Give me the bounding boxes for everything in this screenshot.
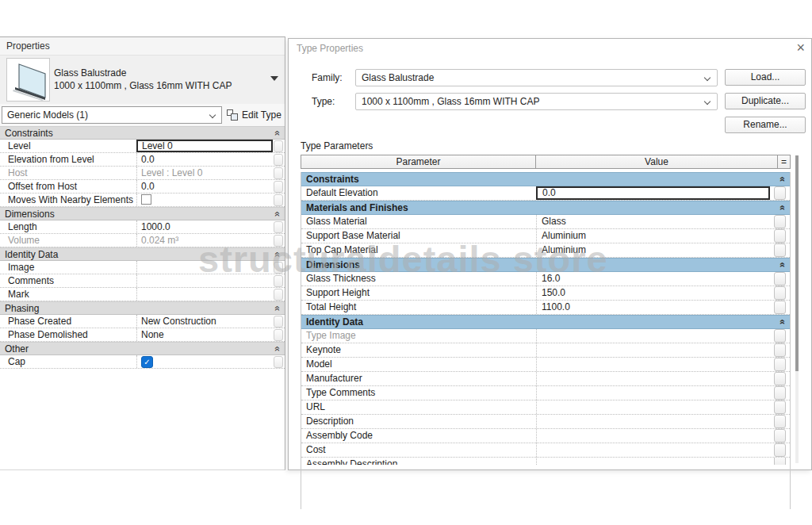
row-button[interactable] (273, 180, 284, 193)
parameter-section-header[interactable]: Identity Data» (301, 315, 790, 329)
parameter-value[interactable] (536, 443, 770, 457)
property-value[interactable]: 0.0 (136, 180, 273, 193)
property-value[interactable]: 1000.0 (136, 220, 273, 233)
parameter-value[interactable]: 0.0 (536, 186, 770, 200)
equalize-button[interactable] (770, 286, 790, 300)
section-title: Identity Data (306, 316, 363, 328)
equalize-button[interactable] (770, 443, 790, 457)
table-row: Glass MaterialGlass (301, 215, 790, 229)
parameter-value[interactable]: Glass (536, 215, 770, 228)
equalize-button[interactable] (770, 186, 790, 200)
parameter-value[interactable] (536, 386, 770, 400)
property-value[interactable]: 0.0 (136, 153, 273, 166)
row-button[interactable] (273, 220, 284, 233)
parameter-column-header[interactable]: Parameter (301, 155, 536, 168)
property-value[interactable] (136, 261, 273, 274)
property-section-header[interactable]: Constraints» (0, 126, 285, 140)
row-button[interactable] (273, 140, 284, 152)
property-section-header[interactable]: Dimensions» (0, 207, 285, 220)
type-selector-row: Generic Models (1) Edit Type (0, 104, 285, 126)
parameter-value[interactable] (536, 429, 770, 443)
vertical-scrollbar[interactable] (795, 155, 799, 463)
checkbox-checked-icon[interactable]: ✓ (141, 356, 153, 368)
table-row: Keynote (301, 343, 790, 358)
equalize-button[interactable] (770, 415, 790, 428)
parameter-value[interactable] (536, 415, 770, 428)
property-value[interactable]: Level 0 (136, 140, 273, 152)
equalize-button[interactable] (770, 386, 790, 400)
table-row: Assembly Code (301, 429, 790, 443)
type-combobox[interactable]: 1000 x 1100mm , Glass 16mm WITH CAP (355, 93, 718, 110)
property-value[interactable]: Level : Level 0 (136, 167, 273, 179)
property-value[interactable] (136, 288, 273, 301)
scrollbar-thumb[interactable] (795, 155, 799, 371)
table-row: Description (301, 415, 790, 429)
equalize-button[interactable] (770, 215, 790, 228)
parameter-value[interactable]: Aluminium (536, 243, 770, 257)
collapse-chevron-icon: » (274, 346, 282, 351)
equalize-button[interactable] (770, 329, 790, 343)
property-value[interactable]: New Construction (136, 315, 273, 328)
property-section-header[interactable]: Other» (0, 342, 285, 355)
load-button[interactable]: Load... (725, 69, 806, 86)
type-flyout-arrow-icon[interactable] (270, 76, 278, 81)
row-button[interactable] (273, 167, 284, 179)
row-button[interactable] (273, 234, 284, 247)
parameter-value[interactable] (536, 329, 770, 343)
parameter-name: Support Height (301, 286, 536, 300)
property-value[interactable] (136, 194, 273, 206)
row-button[interactable] (273, 315, 284, 328)
equalize-button[interactable] (770, 358, 790, 371)
rename-button[interactable]: Rename... (725, 117, 806, 133)
row-button[interactable] (273, 153, 284, 166)
equalize-button[interactable] (770, 458, 790, 465)
category-filter-select[interactable]: Generic Models (1) (2, 106, 222, 124)
equalize-button[interactable] (770, 272, 790, 285)
property-value[interactable]: ✓ (136, 355, 273, 368)
value-column-header[interactable]: Value (536, 155, 778, 168)
parameter-value[interactable] (536, 343, 770, 357)
row-button[interactable] (273, 194, 284, 206)
parameter-value[interactable]: 16.0 (536, 272, 770, 285)
parameter-section-header[interactable]: Dimensions» (301, 258, 790, 272)
duplicate-button[interactable]: Duplicate... (725, 93, 806, 109)
parameter-value[interactable] (536, 358, 770, 371)
parameter-value[interactable] (536, 400, 770, 414)
equalize-button[interactable] (770, 229, 790, 243)
property-row: Comments (0, 274, 285, 288)
equalize-button[interactable] (770, 243, 790, 257)
checkbox-unchecked-icon[interactable] (141, 194, 151, 205)
equalize-button[interactable] (770, 400, 790, 414)
equalize-button[interactable] (770, 429, 790, 443)
equalize-button[interactable] (770, 372, 790, 385)
parameter-value[interactable] (536, 372, 770, 385)
section-title: Constraints (5, 128, 53, 139)
family-combobox[interactable]: Glass Balustrade (355, 69, 718, 86)
row-button[interactable] (273, 355, 284, 368)
property-section-header[interactable]: Identity Data» (0, 247, 285, 261)
row-button[interactable] (273, 261, 284, 274)
parameter-section-header[interactable]: Materials and Finishes» (301, 201, 790, 215)
property-value[interactable]: None (136, 328, 273, 341)
type-parameters-label: Type Parameters (301, 140, 373, 151)
table-row: Model (301, 358, 790, 372)
parameter-value[interactable]: 1100.0 (536, 301, 770, 314)
table-row: Assembly Description (301, 458, 790, 465)
close-icon[interactable]: × (796, 40, 805, 55)
parameter-value[interactable] (536, 458, 770, 465)
property-label: Phase Created (0, 315, 136, 328)
parameter-name: Model (301, 358, 536, 371)
row-button[interactable] (273, 274, 284, 287)
row-button[interactable] (273, 328, 284, 341)
row-button[interactable] (273, 288, 284, 301)
parameter-value[interactable]: 150.0 (536, 286, 770, 300)
parameter-value[interactable]: Aluminium (536, 229, 770, 243)
equalize-button[interactable] (770, 343, 790, 357)
parameter-section-header[interactable]: Constraints» (301, 172, 790, 186)
equalize-button[interactable] (770, 301, 790, 314)
edit-type-button[interactable]: Edit Type (227, 107, 282, 123)
property-value[interactable] (136, 274, 273, 287)
property-section-header[interactable]: Phasing» (0, 301, 285, 315)
property-value[interactable]: 0.024 m³ (136, 234, 273, 247)
type-preview-thumbnail (6, 58, 50, 102)
